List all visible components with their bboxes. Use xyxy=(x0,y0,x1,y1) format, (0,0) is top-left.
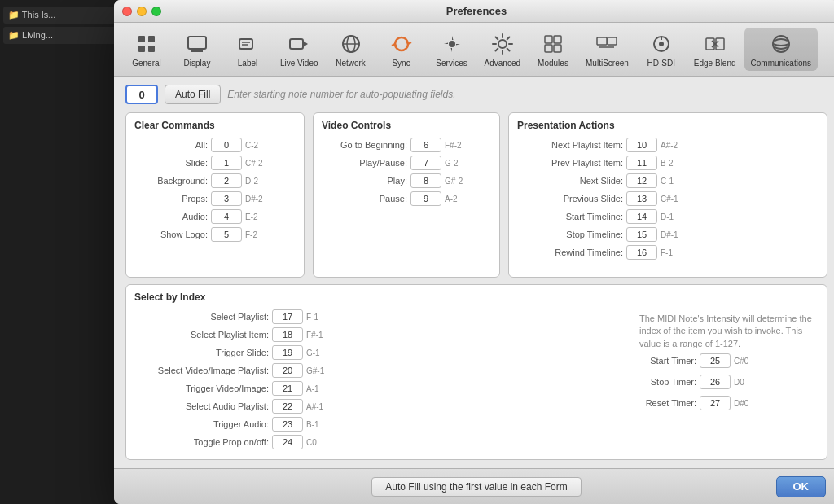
clear-note-slide: C#-2 xyxy=(245,159,274,168)
pres-input-next-slide[interactable] xyxy=(626,173,657,188)
pres-note-rewind-timeline: F-1 xyxy=(661,248,689,257)
pres-cmd-start-timeline: Start Timeline: D-1 xyxy=(517,209,819,224)
idx-cmd-trigger-video: Trigger Video/Image: A-1 xyxy=(134,381,631,396)
svg-rect-0 xyxy=(138,36,145,42)
video-input-pause[interactable] xyxy=(410,191,441,206)
idx-input-select-video-playlist[interactable] xyxy=(272,363,303,378)
idx-note-trigger-slide: G-1 xyxy=(306,348,335,357)
timer-note-reset: D#0 xyxy=(734,399,762,408)
sidebar-item-this-is[interactable]: 📁 This Is... xyxy=(3,7,127,24)
toolbar-item-edge-blend[interactable]: Edge Blend xyxy=(687,28,743,71)
label-icon xyxy=(235,31,261,57)
clear-input-background[interactable] xyxy=(211,173,242,188)
pres-label-stop-timeline: Stop Timeline: xyxy=(517,230,623,239)
pres-label-next-slide: Next Slide: xyxy=(517,176,623,186)
toolbar-item-multiscreen[interactable]: MultiScreen xyxy=(579,28,635,71)
idx-input-trigger-video[interactable] xyxy=(272,381,303,396)
idx-input-select-playlist[interactable] xyxy=(272,309,303,324)
idx-cmd-toggle-prop: Toggle Prop on/off: C0 xyxy=(134,435,631,449)
video-controls-title: Video Controls xyxy=(322,120,491,131)
timer-start: Start Timer: C#0 xyxy=(639,353,819,368)
pres-note-prev-slide: C#-1 xyxy=(661,195,689,204)
idx-label-trigger-audio: Trigger Audio: xyxy=(134,419,269,429)
toolbar-item-advanced[interactable]: Advanced xyxy=(478,28,527,71)
preferences-window: Preferences General Display Label xyxy=(114,0,834,504)
pres-input-prev-playlist[interactable] xyxy=(626,156,657,170)
video-input-playpause[interactable] xyxy=(410,156,441,170)
toolbar-label-general: General xyxy=(132,59,161,68)
timer-note-stop: D0 xyxy=(734,378,762,387)
clear-note-all: C-2 xyxy=(245,141,274,150)
maximize-button[interactable] xyxy=(151,7,161,16)
video-input-beginning[interactable] xyxy=(410,138,441,152)
clear-cmd-background: Background: D-2 xyxy=(134,173,296,188)
idx-input-toggle-prop[interactable] xyxy=(272,435,303,449)
toolbar-label-display: Display xyxy=(184,59,211,68)
clear-input-audio[interactable] xyxy=(211,209,242,224)
toolbar-label-sync: Sync xyxy=(392,59,410,68)
clear-cmd-slide: Slide: C#-2 xyxy=(134,156,296,170)
toolbar-label-multiscreen: MultiScreen xyxy=(586,59,629,68)
index-note-text: The MIDI Note's Intensity will determine… xyxy=(639,313,819,350)
toolbar-item-services[interactable]: Services xyxy=(428,28,476,71)
ok-button[interactable]: OK xyxy=(776,476,827,497)
toolbar-item-hd-sdi[interactable]: HD-SDI xyxy=(637,28,686,71)
svg-rect-3 xyxy=(148,46,155,52)
autofill-header: 0 Auto Fill Enter starting note number f… xyxy=(125,85,827,104)
clear-input-props[interactable] xyxy=(211,191,242,206)
toolbar-label-edge-blend: Edge Blend xyxy=(694,59,736,68)
timer-input-stop[interactable] xyxy=(700,375,731,389)
idx-input-select-audio-playlist[interactable] xyxy=(272,399,303,414)
video-input-play[interactable] xyxy=(410,173,441,188)
idx-input-trigger-audio[interactable] xyxy=(272,417,303,432)
close-button[interactable] xyxy=(122,7,132,16)
pres-input-rewind-timeline[interactable] xyxy=(626,245,657,260)
auto-fill-form-button[interactable]: Auto Fill using the first value in each … xyxy=(371,477,581,497)
network-icon xyxy=(338,31,364,57)
video-cmd-playpause: Play/Pause: G-2 xyxy=(322,156,491,170)
pres-input-stop-timeline[interactable] xyxy=(626,227,657,242)
pres-input-prev-slide[interactable] xyxy=(626,191,657,206)
sections-row: Clear Commands All: C-2 Slide: C#-2 Back… xyxy=(125,112,827,278)
toolbar-item-display[interactable]: Display xyxy=(173,28,222,71)
toolbar-item-modules[interactable]: Modules xyxy=(529,28,577,71)
video-label-pause: Pause: xyxy=(322,194,407,204)
clear-cmd-props: Props: D#-2 xyxy=(134,191,296,206)
clear-input-all[interactable] xyxy=(211,138,242,152)
window-controls xyxy=(122,7,161,16)
pres-cmd-rewind-timeline: Rewind Timeline: F-1 xyxy=(517,245,819,260)
toolbar-item-general[interactable]: General xyxy=(122,28,171,71)
clear-commands-section: Clear Commands All: C-2 Slide: C#-2 Back… xyxy=(125,112,305,278)
pres-input-start-timeline[interactable] xyxy=(626,209,657,224)
autofill-hint: Enter starting note number for auto-popu… xyxy=(227,89,455,100)
toolbar-item-communications[interactable]: Communications xyxy=(744,28,818,71)
minimize-button[interactable] xyxy=(137,7,147,16)
idx-label-toggle-prop: Toggle Prop on/off: xyxy=(134,437,269,447)
pres-note-prev-playlist: B-2 xyxy=(661,159,689,168)
svg-rect-29 xyxy=(716,38,724,50)
clear-input-slide[interactable] xyxy=(211,156,242,170)
window-title: Preferences xyxy=(446,5,507,17)
toolbar-label-label: Label xyxy=(238,59,257,68)
svg-rect-11 xyxy=(290,39,303,49)
toolbar-item-sync[interactable]: Sync xyxy=(377,28,426,71)
toolbar-item-label[interactable]: Label xyxy=(223,28,272,71)
video-cmd-play: Play: G#-2 xyxy=(322,173,491,188)
pres-input-next-playlist[interactable] xyxy=(626,138,657,152)
presentation-actions-section: Presentation Actions Next Playlist Item:… xyxy=(508,112,827,278)
toolbar-item-network[interactable]: Network xyxy=(327,28,375,71)
idx-label-select-playlist: Select Playlist: xyxy=(134,312,269,322)
pres-note-next-playlist: A#-2 xyxy=(661,141,689,150)
idx-input-select-playlist-item[interactable] xyxy=(272,327,303,342)
sidebar-item-living[interactable]: 📁 Living... xyxy=(3,27,127,44)
autofill-button[interactable]: Auto Fill xyxy=(165,85,221,104)
timer-input-start[interactable] xyxy=(700,353,731,368)
timer-input-reset[interactable] xyxy=(700,396,731,410)
idx-input-trigger-slide[interactable] xyxy=(272,345,303,360)
content-area: 0 Auto Fill Enter starting note number f… xyxy=(114,77,834,468)
toolbar-item-live-video[interactable]: Live Video xyxy=(274,28,325,71)
clear-input-show-logo[interactable] xyxy=(211,227,242,242)
idx-note-select-video-playlist: G#-1 xyxy=(306,366,335,375)
video-note-playpause: G-2 xyxy=(445,159,473,168)
autofill-number-input[interactable]: 0 xyxy=(125,85,158,104)
